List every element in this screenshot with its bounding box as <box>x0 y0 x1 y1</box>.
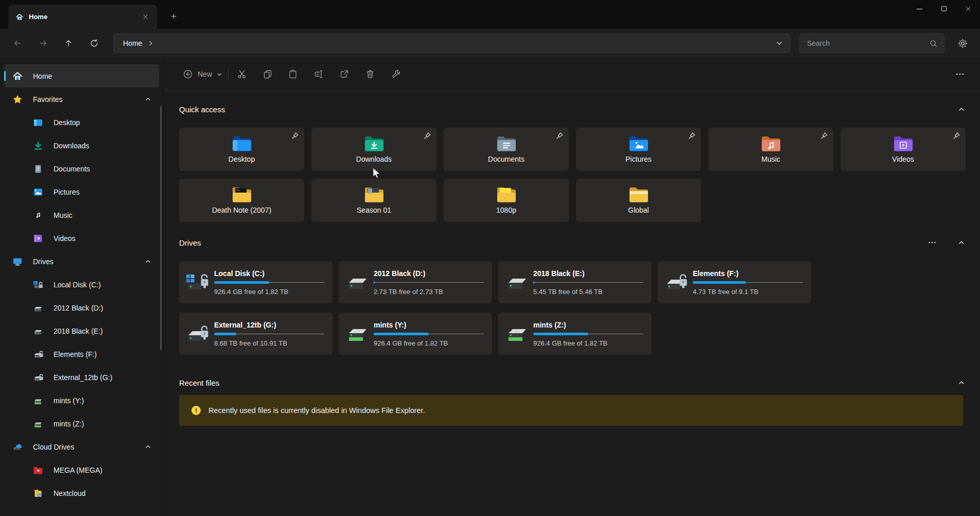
address-dropdown-icon[interactable] <box>775 39 783 47</box>
share-icon <box>339 69 349 79</box>
section-title: Drives <box>179 238 201 247</box>
sidebar-item-drive-f[interactable]: Elements (F:) <box>4 342 159 366</box>
monitor-icon <box>12 256 23 267</box>
drive-icon <box>33 326 43 336</box>
cut-button[interactable] <box>233 65 251 83</box>
minimize-button[interactable] <box>907 0 932 18</box>
quick-access-tile-folder[interactable]: Death Note (2007) <box>179 179 304 222</box>
capacity-bar <box>214 333 324 335</box>
copy-icon <box>262 69 273 79</box>
search-input[interactable]: Search <box>799 33 944 53</box>
sidebar-item-label: Documents <box>54 165 90 173</box>
downloads-icon <box>33 141 43 151</box>
drive-free-space: 8.68 TB free of 10.91 TB <box>214 339 324 347</box>
drive-green-icon <box>345 323 370 345</box>
drive-tile-y[interactable]: mints (Y:) 926.4 GB free of 1.82 TB <box>339 313 492 355</box>
gear-icon <box>958 39 968 48</box>
collapse-section-button[interactable] <box>957 105 966 113</box>
sidebar-scrollbar[interactable] <box>160 106 162 350</box>
drive-tile-d[interactable]: 2012 Black (D:) 2.73 TB free of 2.73 TB <box>339 261 492 303</box>
tile-label: Death Note (2007) <box>212 206 271 214</box>
chevron-up-icon[interactable] <box>144 443 152 451</box>
sidebar-item-mega[interactable]: MEGA (MEGA) <box>4 458 159 481</box>
command-toolbar: New <box>164 58 980 91</box>
quick-access-tile-folder[interactable]: Global <box>576 179 701 222</box>
section-more-button[interactable] <box>927 238 937 247</box>
drive-tile-e[interactable]: 2018 Black (E:) 5.45 TB free of 5.46 TB <box>498 261 652 303</box>
settings-button[interactable] <box>953 34 972 53</box>
tab-close-button[interactable] <box>138 10 152 24</box>
forward-button[interactable] <box>34 34 52 53</box>
sidebar-item-desktop[interactable]: Desktop <box>4 111 159 134</box>
mouse-cursor <box>371 167 383 179</box>
chevron-up-icon[interactable] <box>144 257 152 265</box>
quick-access-tile-downloads[interactable]: Downloads <box>311 128 436 171</box>
sidebar-item-pictures[interactable]: Pictures <box>4 180 159 203</box>
refresh-button[interactable] <box>85 34 103 53</box>
pin-icon <box>952 132 960 140</box>
quick-access-tile-desktop[interactable]: Desktop <box>179 128 304 171</box>
sidebar-item-drive-d[interactable]: 2012 Black (D:) <box>4 296 159 319</box>
sidebar-item-home[interactable]: Home <box>4 64 159 88</box>
sidebar-section-favorites[interactable]: Favorites <box>4 88 159 111</box>
back-button[interactable] <box>8 34 27 53</box>
up-button[interactable] <box>59 34 78 53</box>
copy-button[interactable] <box>258 65 277 83</box>
chevron-up-icon[interactable] <box>144 95 152 103</box>
sidebar-item-videos[interactable]: Videos <box>4 227 159 250</box>
delete-button[interactable] <box>361 65 379 83</box>
sidebar-item-label: 2018 Black (E:) <box>54 327 103 335</box>
drive-tile-c[interactable]: Local Disk (C:) 926.4 GB free of 1.82 TB <box>179 261 332 303</box>
drive-lock-icon <box>33 349 43 359</box>
breadcrumb[interactable]: Home <box>123 39 142 47</box>
tools-button[interactable] <box>387 65 406 83</box>
rename-button[interactable] <box>309 65 328 83</box>
sidebar-item-label: Local Disk (C:) <box>54 281 101 289</box>
sidebar-item-drive-c[interactable]: Local Disk (C:) <box>4 273 159 296</box>
sidebar-item-drive-g[interactable]: External_12tb (G:) <box>4 366 159 389</box>
drive-tile-g[interactable]: External_12tb (G:) 8.68 TB free of 10.91… <box>179 313 332 355</box>
drive-lock-icon <box>185 323 210 345</box>
collapse-section-button[interactable] <box>957 379 966 387</box>
quick-access-tile-pictures[interactable]: Pictures <box>576 128 701 171</box>
sidebar-item-documents[interactable]: Documents <box>4 157 159 180</box>
quick-access-tile-videos[interactable]: Videos <box>841 128 966 171</box>
sidebar-section-cloud-drives[interactable]: Cloud Drives <box>4 435 159 458</box>
sidebar-item-label: Desktop <box>54 118 80 127</box>
share-button[interactable] <box>335 65 354 83</box>
address-bar[interactable]: Home <box>113 33 790 53</box>
quick-access-tile-music[interactable]: Music <box>708 128 833 171</box>
search-placeholder: Search <box>807 39 929 47</box>
window-controls <box>907 0 980 18</box>
videos-icon <box>33 233 43 244</box>
tab-home[interactable]: Home <box>8 5 157 29</box>
new-tab-button[interactable] <box>166 8 181 24</box>
maximize-button[interactable] <box>932 0 956 18</box>
sidebar-section-drives[interactable]: Drives <box>4 250 159 273</box>
drive-icon <box>33 303 43 313</box>
quick-access-tile-folder[interactable]: Season 01 <box>311 179 436 222</box>
drive-name: 2012 Black (D:) <box>374 269 484 278</box>
sidebar-item-drive-e[interactable]: 2018 Black (E:) <box>4 319 159 342</box>
sidebar-item-label: Downloads <box>54 142 89 150</box>
collapse-section-button[interactable] <box>957 238 966 247</box>
drive-name: External_12tb (G:) <box>214 321 324 329</box>
drive-lock-icon <box>33 372 43 383</box>
paste-button[interactable] <box>284 65 302 83</box>
drive-tile-z[interactable]: mints (Z:) 926.4 GB free of 1.82 TB <box>498 313 652 355</box>
sidebar-item-drive-y[interactable]: mints (Y:) <box>4 389 159 412</box>
drive-tile-f[interactable]: Elements (F:) 4.73 TB free of 9.1 TB <box>658 261 811 303</box>
sidebar-item-label: External_12tb (G:) <box>54 373 112 382</box>
sidebar-item-downloads[interactable]: Downloads <box>4 134 159 157</box>
sidebar-item-label: Elements (F:) <box>54 350 97 358</box>
close-window-button[interactable] <box>956 0 980 18</box>
quick-access-tile-documents[interactable]: Documents <box>444 128 569 171</box>
sidebar-item-drive-z[interactable]: mints (Z:) <box>4 412 159 435</box>
sidebar-item-music[interactable]: Music <box>4 203 159 227</box>
section-label: Drives <box>33 257 54 266</box>
new-button[interactable]: New <box>178 65 228 83</box>
quick-access-grid: Desktop Downloads Docu <box>179 128 966 222</box>
sidebar-item-nextcloud[interactable]: Nextcloud <box>4 481 159 505</box>
see-more-button[interactable] <box>951 65 969 83</box>
quick-access-tile-folder[interactable]: 1080p <box>444 179 569 222</box>
